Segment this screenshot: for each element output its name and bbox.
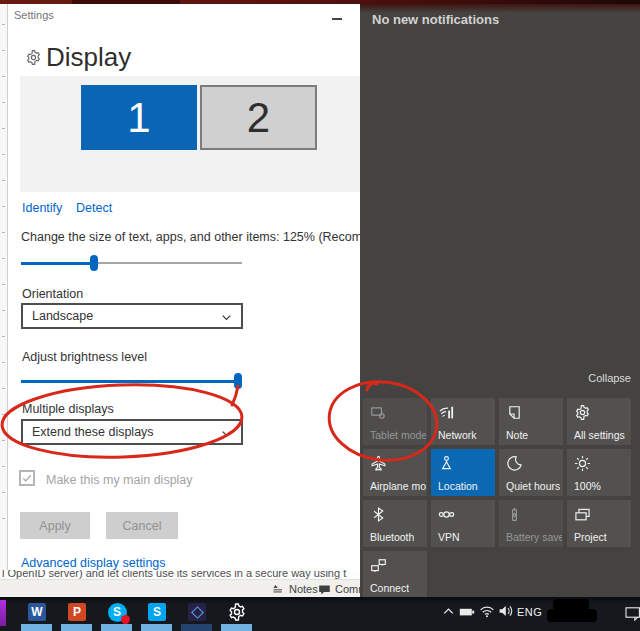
apply-button[interactable]: Apply	[20, 512, 90, 539]
monitor-1-label: 1	[127, 94, 150, 142]
taskbar-app-word[interactable]: W	[17, 600, 57, 624]
word-icon: W	[28, 603, 46, 621]
brightness-slider[interactable]	[21, 373, 242, 389]
taskbar-indicator	[21, 624, 52, 631]
main-display-checkbox-label: Make this my main display	[46, 473, 193, 487]
quick-action-network[interactable]: Network	[431, 398, 495, 445]
quick-action-connect[interactable]: Connect	[363, 551, 427, 598]
notifications-status: No new notifications	[372, 12, 499, 27]
note-icon	[506, 404, 523, 421]
battery-icon	[459, 604, 475, 620]
redacted-date	[547, 609, 597, 622]
quick-action-tablet-mode[interactable]: Tablet mode	[363, 398, 427, 445]
monitor-2-label: 2	[247, 94, 270, 142]
quick-action-label: VPN	[438, 531, 460, 543]
comment-icon	[318, 583, 331, 596]
multiple-displays-label: Multiple displays	[22, 402, 114, 416]
taskbar-app-skype[interactable]: S	[97, 600, 137, 624]
brightness-label: Adjust brightness level	[22, 350, 147, 364]
connect-icon	[370, 557, 387, 574]
settings-gear-icon	[25, 49, 42, 66]
network-icon	[438, 404, 455, 421]
taskbar-app-settings-gear[interactable]	[217, 600, 257, 624]
wifi-tray[interactable]	[479, 603, 495, 619]
quick-action-bluetooth[interactable]: Bluetooth	[363, 500, 427, 547]
tray-expand-button[interactable]	[441, 604, 456, 619]
taskbar-app-dark-app[interactable]	[177, 600, 217, 624]
quick-action-battery-saver[interactable]: Battery saver	[499, 500, 563, 547]
taskbar-edge-app-icon[interactable]	[0, 600, 6, 626]
slider-thumb[interactable]	[234, 373, 242, 389]
minimize-button[interactable]	[332, 18, 342, 20]
quick-action-location[interactable]: Location	[431, 449, 495, 496]
background-doc-text: l OpenID server) and let clients use its…	[0, 570, 362, 579]
battery-saver-icon	[506, 506, 523, 523]
taskbar-app-powerpoint[interactable]: P	[57, 600, 97, 624]
quick-action-label: Quiet hours	[506, 480, 560, 492]
taskbar-indicator	[141, 624, 172, 631]
screen: l OpenID server) and let clients use its…	[0, 0, 640, 631]
monitor-1[interactable]: 1	[81, 85, 197, 150]
slider-thumb[interactable]	[90, 255, 98, 271]
battery-tray[interactable]	[459, 604, 475, 620]
skype-business-icon: S	[148, 603, 166, 621]
notes-toggle[interactable]: Notes	[272, 581, 318, 597]
quick-actions-grid: Tablet modeNetworkNoteAll settingsAirpla…	[363, 398, 631, 598]
action-center-button[interactable]	[625, 605, 640, 621]
page-title: Display	[46, 42, 131, 73]
collapse-button[interactable]: Collapse	[588, 372, 631, 384]
monitor-2[interactable]: 2	[200, 85, 317, 150]
scale-label: Change the size of text, apps, and other…	[21, 230, 360, 244]
language-indicator[interactable]: ENG	[517, 606, 542, 618]
quick-action-label: All settings	[574, 429, 625, 441]
slider-fill	[21, 380, 242, 383]
airplane-mode-icon	[370, 455, 387, 472]
multiple-displays-dropdown[interactable]: Extend these displays	[21, 419, 243, 445]
taskbar-app-skype-business[interactable]: S	[137, 600, 177, 624]
advanced-display-settings-link[interactable]: Advanced display settings	[21, 556, 166, 570]
quick-action-project[interactable]: Project	[567, 500, 631, 547]
cancel-button[interactable]: Cancel	[106, 512, 178, 539]
notification-badge	[121, 615, 130, 624]
multiple-displays-value: Extend these displays	[32, 425, 154, 439]
identify-link[interactable]: Identify	[22, 201, 62, 215]
orientation-label: Orientation	[22, 287, 83, 301]
quick-action-airplane-mode[interactable]: Airplane mode	[363, 449, 427, 496]
all-settings-icon	[574, 404, 591, 421]
volume-tray[interactable]	[498, 603, 514, 619]
orientation-dropdown[interactable]: Landscape	[21, 303, 243, 329]
quick-action-100-[interactable]: 100%	[567, 449, 631, 496]
detect-link[interactable]: Detect	[76, 201, 112, 215]
quick-action-label: Note	[506, 429, 528, 441]
quick-action-label: Bluetooth	[370, 531, 414, 543]
taskbar-indicator	[221, 624, 252, 631]
checkmark-icon	[21, 472, 33, 484]
scale-slider[interactable]	[21, 255, 242, 271]
quick-action-label: Tablet mode	[370, 429, 426, 441]
taskbar-indicator	[101, 624, 132, 631]
taskbar-indicator	[181, 624, 212, 631]
taskbar: WPSS ENG	[0, 597, 640, 631]
wifi-icon	[479, 603, 495, 619]
quick-action-label: Network	[438, 429, 477, 441]
action-center-icon	[625, 605, 640, 621]
background-doc-edge	[0, 4, 8, 570]
quick-action-label: Project	[574, 531, 607, 543]
volume-icon	[498, 603, 514, 619]
main-display-checkbox[interactable]	[19, 470, 35, 486]
dark-app-icon	[188, 603, 206, 621]
quick-action-all-settings[interactable]: All settings	[567, 398, 631, 445]
tablet-mode-icon	[370, 404, 387, 421]
monitor-preview: 1 2	[20, 76, 360, 192]
vpn-icon	[438, 506, 455, 523]
slider-fill	[21, 262, 94, 265]
quick-action-label: Battery saver	[506, 531, 562, 543]
quick-action-note[interactable]: Note	[499, 398, 563, 445]
chevron-up-icon	[441, 604, 456, 619]
quick-action-quiet-hours[interactable]: Quiet hours	[499, 449, 563, 496]
quick-action-label: Airplane mode	[370, 480, 426, 492]
doc-edge-text-marks	[2, 24, 5, 544]
taskbar-indicator	[61, 624, 92, 631]
quick-action-vpn[interactable]: VPN	[431, 500, 495, 547]
notes-icon	[272, 583, 285, 596]
